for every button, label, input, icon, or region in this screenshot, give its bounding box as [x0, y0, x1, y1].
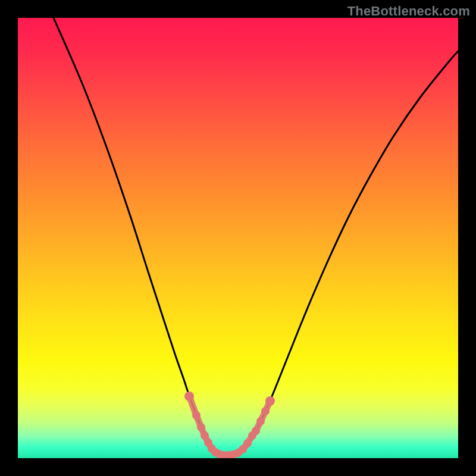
marker-dot [184, 392, 194, 401]
marker-dot [243, 439, 252, 447]
curve-layer [18, 18, 458, 458]
marker-dot [261, 407, 270, 415]
chart-frame: TheBottleneck.com [0, 0, 476, 476]
marker-dot [252, 427, 260, 435]
marker-dot [197, 423, 205, 431]
marker-dot [201, 431, 209, 440]
marker-dot [265, 396, 275, 406]
marker-dot [192, 411, 201, 419]
bottleneck-curve [54, 18, 458, 455]
watermark-text: TheBottleneck.com [347, 4, 470, 19]
marker-group [184, 392, 275, 458]
plot-area [18, 18, 458, 458]
marker-dot [256, 417, 265, 425]
